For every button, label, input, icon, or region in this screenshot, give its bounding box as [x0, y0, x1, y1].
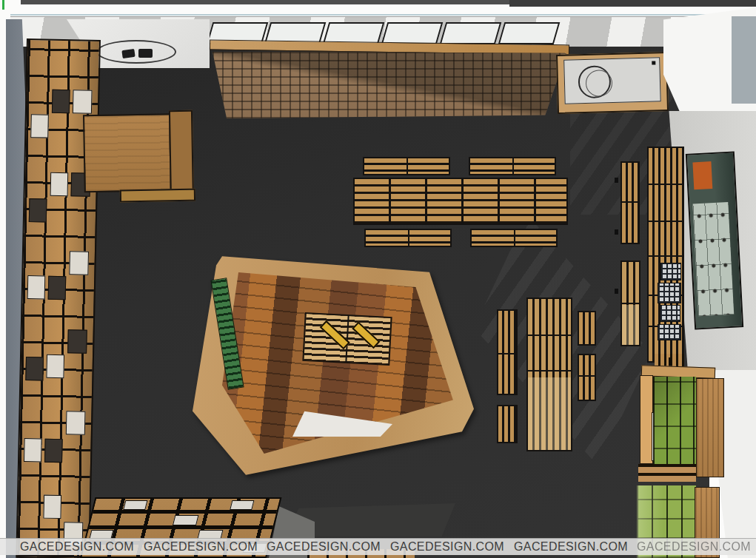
- slat-bench: [470, 229, 558, 247]
- cabinet-wood-side: [696, 378, 724, 477]
- slat-bench: [469, 157, 556, 175]
- chair-top-view: [121, 49, 135, 58]
- cabinet-divider-slats: [638, 464, 696, 482]
- vertical-slat-bench: [497, 405, 518, 443]
- corner-dot: [652, 61, 655, 64]
- wall-trim-line: [0, 14, 756, 16]
- vertical-slat-bench: [578, 354, 596, 401]
- central-parquet-platform: [187, 252, 483, 480]
- desk-top: [83, 113, 172, 192]
- poster-illustration-grid: [692, 202, 734, 316]
- watermark-text: GACEDESIGN.COM: [390, 540, 504, 554]
- green-corner-mark: [2, 0, 4, 10]
- mesh-basket: [658, 283, 681, 303]
- wall-hook: [615, 289, 618, 294]
- wall-poster: [686, 151, 743, 329]
- yellow-display-item: [320, 320, 350, 350]
- entry-recess-side: [732, 16, 756, 104]
- yellow-display-item: [352, 321, 380, 349]
- top-edge-strip: [509, 0, 756, 7]
- watermark-text: GACEDESIGN.COM: [144, 540, 258, 554]
- platform-slat-display-table: [302, 312, 392, 366]
- desk-side: [169, 110, 194, 198]
- counter-unit-with-basin: [556, 52, 669, 114]
- watermark-text: GACEDESIGN.COM: [20, 540, 134, 554]
- counter-top: [563, 57, 661, 104]
- poster-orange-block: [692, 161, 712, 189]
- chair-top-view: [138, 49, 153, 58]
- horizontal-slat-table: [353, 178, 568, 225]
- ceiling-skylight-panel: [498, 22, 561, 44]
- desk-extension: [120, 189, 195, 203]
- cabinet-green-shelves: [653, 377, 696, 471]
- slat-bench: [364, 229, 452, 247]
- vertical-slat-bench: [497, 309, 518, 395]
- ceiling-skylight-panel: [440, 22, 502, 44]
- watermark-text: GACEDESIGN.COM: [514, 540, 628, 554]
- watermark-text: GACEDESIGN.COM: [267, 540, 381, 554]
- render-canvas: GACEDESIGN.COM GACEDESIGN.COM GACEDESIGN…: [0, 0, 756, 558]
- wall-slat-bench: [620, 260, 640, 346]
- mesh-basket: [660, 263, 681, 280]
- service-desk: [83, 110, 195, 204]
- mesh-basket: [660, 305, 680, 322]
- wall-bench-long: [647, 147, 684, 363]
- slat-bench: [363, 157, 450, 175]
- slatted-wood-wall-panel: [213, 52, 566, 118]
- vertical-slat-bench: [578, 311, 596, 346]
- watermark-strip: GACEDESIGN.COM GACEDESIGN.COM GACEDESIGN…: [0, 538, 756, 555]
- wall-hook: [615, 178, 618, 183]
- round-table-top-view: [96, 40, 176, 64]
- wall-hook: [615, 229, 618, 235]
- mesh-basket: [658, 324, 681, 340]
- ceiling-skylight-panel: [381, 22, 444, 44]
- basin-circle-inner: [586, 70, 613, 97]
- watermark-text: GACEDESIGN.COM: [637, 540, 751, 554]
- vertical-slat-table: [526, 298, 572, 451]
- wall-slat-bench: [620, 161, 640, 244]
